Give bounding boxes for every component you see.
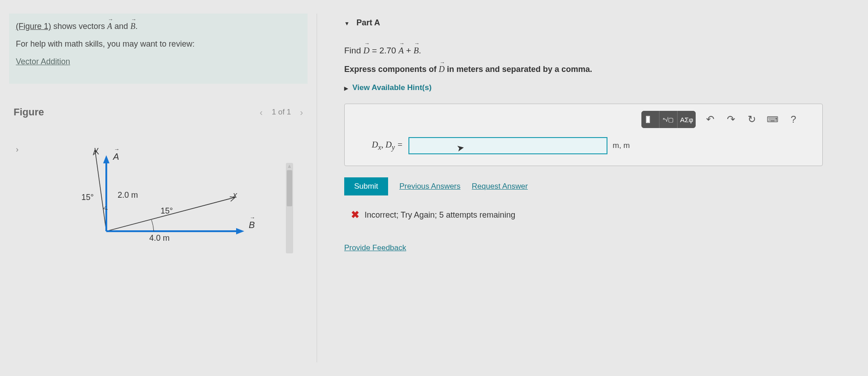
vector-a-label: A	[113, 152, 119, 162]
part-a-header[interactable]: Part A	[344, 18, 823, 28]
part-a-title: Part A	[356, 18, 380, 27]
angle-1: 15°	[81, 193, 94, 202]
scroll-thumb[interactable]	[287, 170, 292, 206]
provide-feedback-link[interactable]: Provide Feedback	[344, 243, 406, 252]
root-button[interactable]: ⁿ√▢	[659, 111, 678, 128]
answer-input[interactable]	[408, 137, 607, 154]
template-button[interactable]	[641, 111, 659, 128]
help-text: For help with math skills, you may want …	[16, 39, 301, 49]
feedback-message: ✖ Incorrect; Try Again; 5 attempts remai…	[344, 209, 823, 221]
intro-period: .	[135, 22, 138, 31]
redo-icon[interactable]: ↷	[725, 113, 737, 126]
request-answer-link[interactable]: Request Answer	[472, 182, 528, 191]
x-axis-label: x	[233, 190, 237, 200]
figure-nav: ‹ 1 of 1 ›	[260, 107, 303, 118]
angle-2: 15°	[161, 206, 173, 216]
figure-count: 1 of 1	[272, 108, 291, 117]
greek-button[interactable]: ΑΣφ	[678, 111, 696, 128]
submit-button[interactable]: Submit	[344, 177, 388, 195]
figure-diagram: y A x B 15° 15° 2.0 m 4.0 m	[45, 145, 271, 263]
svg-rect-12	[647, 117, 649, 122]
chevron-right-icon	[344, 83, 352, 92]
figure-link[interactable]: (Figure 1)	[16, 22, 51, 31]
previous-answers-link[interactable]: Previous Answers	[399, 182, 460, 191]
vector-addition-link[interactable]: Vector Addition	[16, 57, 70, 66]
figure-next-icon[interactable]: ›	[300, 107, 303, 118]
figure-title: Figure	[14, 106, 44, 118]
vector-b-label: B	[249, 220, 255, 230]
hints-toggle[interactable]: View Available Hint(s)	[344, 83, 823, 92]
problem-statement: Find D = 2.70 A + B.	[344, 46, 823, 56]
scroll-up-icon[interactable]: ▲	[286, 163, 293, 169]
reset-icon[interactable]: ↻	[745, 113, 758, 126]
incorrect-icon: ✖	[351, 209, 359, 221]
answer-box: ⁿ√▢ ΑΣφ ↶ ↷ ↻ ⌨ ? Dx, Dy = m, m	[344, 104, 823, 166]
length-a: 2.0 m	[118, 190, 138, 200]
vector-b: B	[130, 22, 135, 31]
svg-marker-7	[103, 155, 109, 163]
y-axis-label: y	[94, 145, 98, 155]
intro-and: and	[112, 22, 130, 31]
unit-label: m, m	[613, 141, 630, 150]
intro-box: (Figure 1) shows vectors A and B. For he…	[9, 14, 308, 84]
feedback-text: Incorrect; Try Again; 5 attempts remaini…	[365, 210, 515, 220]
undo-icon[interactable]: ↶	[704, 113, 716, 126]
figure-prev-icon[interactable]: ‹	[260, 107, 263, 118]
equation-toolbar: ⁿ√▢ ΑΣφ ↶ ↷ ↻ ⌨ ?	[354, 111, 813, 128]
svg-marker-9	[236, 228, 244, 234]
instruction-text: Express components of D in meters and se…	[344, 65, 823, 74]
variable-label: Dx, Dy =	[372, 140, 403, 152]
expand-caret-icon[interactable]: ›	[16, 145, 19, 154]
help-icon[interactable]: ?	[787, 113, 800, 126]
scrollbar[interactable]: ▲	[286, 163, 293, 253]
length-b: 4.0 m	[149, 233, 170, 243]
vector-a: A	[107, 22, 112, 31]
intro-text-1: shows vectors	[51, 22, 107, 31]
collapse-icon[interactable]	[344, 18, 356, 27]
keyboard-icon[interactable]: ⌨	[766, 113, 779, 126]
